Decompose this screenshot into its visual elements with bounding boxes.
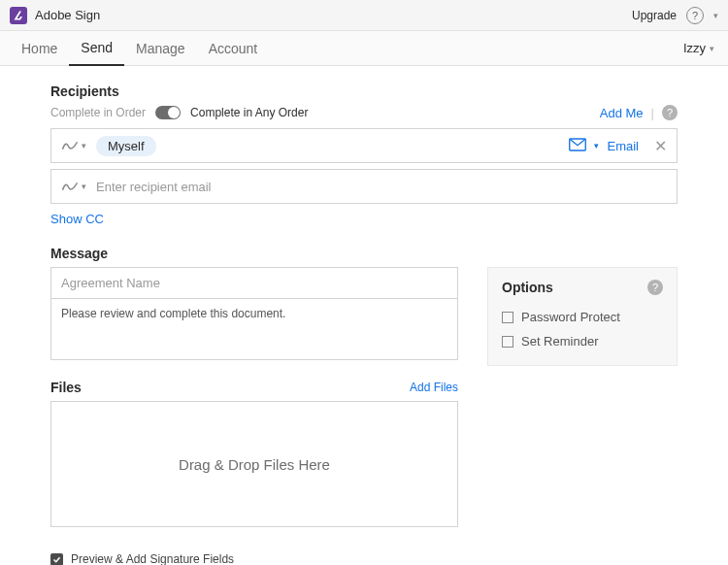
option-label: Password Protect: [521, 310, 620, 324]
recipient-chip-myself[interactable]: Myself: [96, 136, 156, 156]
complete-in-order-label: Complete in Order: [50, 106, 146, 119]
options-panel: Options ? Password Protect Set Reminder: [487, 267, 678, 366]
app-title: Adobe Sign: [35, 8, 100, 22]
help-icon[interactable]: ?: [647, 280, 663, 295]
checkbox-icon: [502, 312, 513, 323]
recipient-input-row: ▾: [50, 169, 678, 204]
checkbox-icon: [502, 336, 513, 348]
options-heading: Options: [502, 280, 553, 295]
chevron-down-icon: ▾: [710, 44, 714, 53]
envelope-icon[interactable]: [569, 138, 586, 154]
order-toggle[interactable]: [155, 106, 181, 119]
complete-any-order-label: Complete in Any Order: [190, 106, 308, 119]
chevron-down-icon: ▾: [82, 141, 86, 150]
files-heading: Files: [50, 380, 82, 395]
chevron-down-icon[interactable]: ▾: [713, 11, 718, 20]
app-icon: [10, 7, 27, 24]
nav-tab-account[interactable]: Account: [197, 31, 270, 66]
agreement-name-input[interactable]: [50, 267, 458, 298]
help-icon[interactable]: ?: [662, 105, 678, 120]
option-label: Set Reminder: [521, 334, 598, 349]
recipients-heading: Recipients: [50, 83, 678, 99]
add-files-link[interactable]: Add Files: [410, 381, 458, 394]
title-bar: Adobe Sign Upgrade ? ▾: [0, 0, 728, 31]
message-body-input[interactable]: [50, 298, 458, 360]
recipient-email-input[interactable]: [96, 180, 667, 194]
option-set-reminder[interactable]: Set Reminder: [502, 329, 663, 353]
files-dropzone[interactable]: Drag & Drop Files Here: [50, 401, 458, 527]
preview-label: Preview & Add Signature Fields: [71, 552, 234, 565]
nav-bar: Home Send Manage Account Izzy ▾: [0, 31, 728, 66]
signer-role-dropdown[interactable]: ▾: [61, 180, 86, 193]
preview-checkbox-row[interactable]: Preview & Add Signature Fields: [50, 552, 678, 565]
user-menu[interactable]: Izzy ▾: [683, 41, 718, 55]
nav-tab-manage[interactable]: Manage: [124, 31, 197, 66]
nav-tab-home[interactable]: Home: [10, 31, 69, 66]
show-cc-link[interactable]: Show CC: [50, 212, 678, 226]
user-name: Izzy: [683, 41, 706, 55]
option-password-protect[interactable]: Password Protect: [502, 305, 663, 329]
close-icon[interactable]: ✕: [654, 137, 667, 155]
checkbox-checked-icon: [50, 553, 63, 566]
nav-tab-send[interactable]: Send: [69, 31, 124, 66]
add-me-link[interactable]: Add Me: [600, 106, 644, 120]
signer-role-dropdown[interactable]: ▾: [61, 139, 86, 152]
delivery-email-label[interactable]: Email: [607, 139, 639, 153]
help-icon[interactable]: ?: [686, 7, 704, 24]
upgrade-link[interactable]: Upgrade: [632, 9, 677, 22]
message-heading: Message: [50, 246, 458, 261]
chevron-down-icon[interactable]: ▾: [594, 141, 599, 150]
chevron-down-icon: ▾: [82, 182, 86, 191]
recipient-row: ▾ Myself ▾ Email ✕: [50, 128, 678, 163]
